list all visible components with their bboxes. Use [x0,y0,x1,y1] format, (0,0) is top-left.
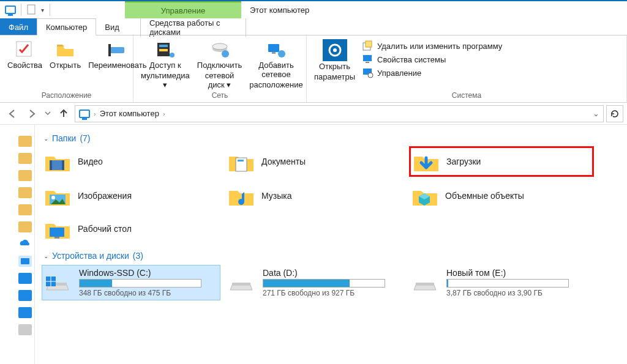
btn-manage[interactable]: Управление [362,67,502,78]
drive-name: Windows-SSD (C:) [79,268,201,278]
folder-name: Рабочий стол [78,224,132,234]
group-header-folders[interactable]: ⌄ Папки (7) [43,133,620,143]
folder-name: Загрузки [446,157,481,166]
lbl: Открыть [319,62,350,72]
chevron-down-icon: ⌄ [43,135,48,142]
folder-item[interactable]: Документы [226,147,410,176]
folder-item[interactable]: Видео [42,147,226,176]
monitor-icon [362,54,374,65]
btn-properties-label: Свойства [7,61,42,70]
programs-icon [362,40,374,51]
nav-back[interactable] [4,105,21,122]
svg-rect-25 [62,160,64,170]
navtree-this-pc[interactable] [18,256,32,267]
folder-item[interactable]: Музыка [226,182,410,209]
drive-name: Новый том (E:) [446,268,569,278]
btn-open-label: Открыть [50,61,81,70]
navtree-drive[interactable] [18,324,32,335]
folder-item[interactable]: Рабочий стол [42,215,226,242]
svg-rect-12 [272,52,276,54]
btn-open[interactable]: Открыть [46,38,84,70]
btn-media-access[interactable]: Доступ к мультимедиа ▾ [137,38,193,90]
btn-open-settings[interactable]: Открыть параметры [310,38,359,82]
chevron-down-icon [45,111,51,117]
navtree-item[interactable] [18,136,32,147]
lbl: Удалить или изменить программу [377,42,502,51]
nav-up[interactable] [55,105,72,122]
btn-refresh[interactable] [606,105,623,122]
svg-rect-0 [28,5,35,14]
quick-access-toolbar: ▾ [0,1,51,18]
folder-item[interactable]: Объемные объекты [410,182,593,209]
qat-placeholder[interactable] [24,2,40,18]
btn-uninstall-programs[interactable]: Удалить или изменить программу [362,40,502,51]
lbl: Добавить сетевое [249,61,302,80]
btn-system-properties[interactable]: Свойства системы [362,54,502,65]
drive-free-text: 271 ГБ свободно из 927 ГБ [263,289,385,297]
svg-point-7 [170,53,175,58]
navigation-pane[interactable] [0,125,35,364]
navtree-item[interactable] [18,307,32,318]
lbl: Свойства системы [377,55,446,64]
gear-icon [323,39,347,61]
tab-drive-tools[interactable]: Средства работы с дисками [140,18,246,37]
svg-rect-30 [50,228,64,237]
svg-rect-24 [50,160,52,170]
drive-free-text: 348 ГБ свободно из 475 ГБ [79,289,201,297]
lbl: Доступ к [149,61,181,70]
btn-properties[interactable]: Свойства [4,38,46,70]
group-header-drives[interactable]: ⌄ Устройства и диски (3) [43,251,620,261]
drive-item[interactable]: Data (D:)271 ГБ свободно из 927 ГБ [226,266,404,300]
drive-item[interactable]: Новый том (E:)3,87 ГБ свободно из 3,90 Г… [410,266,587,300]
folder-item[interactable]: Загрузки [410,147,593,176]
tab-view[interactable]: Вид [96,18,128,35]
checkmark-icon [15,39,36,60]
navtree-item[interactable] [18,290,32,301]
group-folders-label: Папки [52,133,76,143]
arrow-up-icon [58,108,70,120]
address-bar[interactable]: › Этот компьютер › ⌄ [75,105,604,122]
navtree-onedrive[interactable] [18,239,32,250]
drive-free-text: 3,87 ГБ свободно из 3,90 ГБ [446,289,569,297]
svg-rect-31 [54,237,59,239]
tab-computer[interactable]: Компьютер [37,18,96,35]
crumb-root[interactable]: Этот компьютер [100,109,159,118]
crumb-separator: › [163,110,165,117]
nav-forward[interactable] [23,105,40,122]
qat-customize[interactable]: ▾ [41,7,47,13]
drive-name: Data (D:) [263,268,385,278]
tab-file[interactable]: Файл [0,18,37,35]
navtree-item[interactable] [18,221,32,232]
svg-point-10 [222,50,229,58]
refresh-icon [610,109,620,119]
navtree-item[interactable] [18,187,32,198]
crumb-separator: › [94,110,96,117]
network-location-icon [266,39,287,60]
drive-usage-bar [263,279,385,288]
app-icon[interactable] [2,2,18,18]
folder-item[interactable]: Изображения [42,182,226,209]
navtree-item[interactable] [18,273,32,284]
navtree-item[interactable] [18,153,32,164]
lbl: Управление [377,69,421,78]
blank-page-icon [26,4,37,15]
lbl: Подключить [197,61,242,70]
btn-map-drive[interactable]: Подключить сетевой диск ▾ [193,38,246,90]
nav-recent[interactable] [43,105,53,122]
navtree-item[interactable] [18,204,32,215]
drive-icon [228,272,254,294]
contextual-tab-manage[interactable]: Управление [125,1,241,18]
svg-rect-18 [366,41,372,47]
svg-point-16 [333,48,337,52]
group-drives-label: Устройства и диски [52,251,129,261]
svg-rect-6 [159,49,168,51]
drive-item[interactable]: Windows-SSD (C:)348 ГБ свободно из 475 Г… [42,266,220,300]
manage-icon [362,67,374,78]
folder-icon [43,149,72,174]
address-dropdown[interactable]: ⌄ [593,109,599,118]
group-network-label: Сеть [137,91,302,101]
btn-add-net-location[interactable]: Добавить сетевое расположение [246,38,306,90]
content-area: ⌄ Папки (7) ВидеоДокументыЗагрузкиИзобра… [35,125,627,364]
group-system-label: Система [310,91,623,101]
navtree-item[interactable] [18,170,32,181]
